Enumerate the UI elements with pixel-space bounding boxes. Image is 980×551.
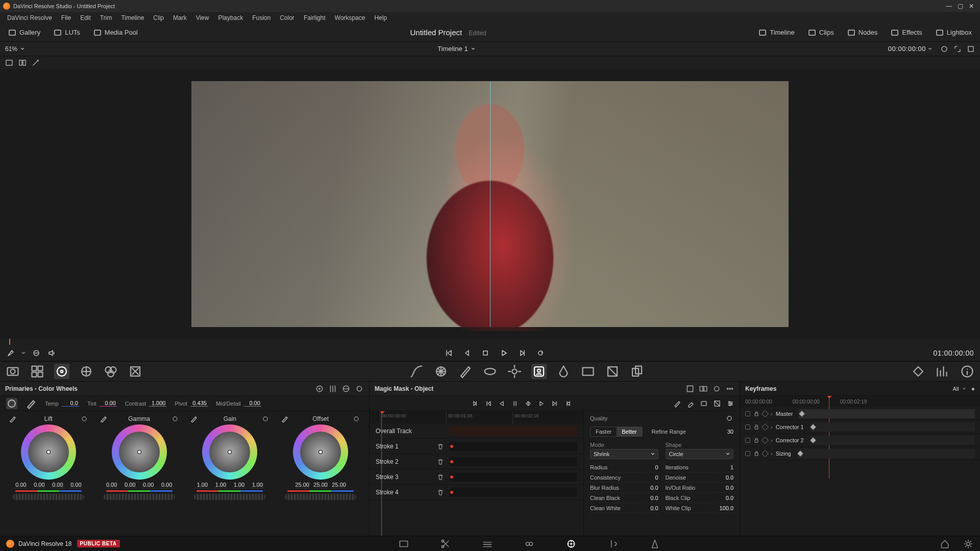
pivot-value[interactable]: 0.435 [190, 400, 208, 407]
qualifier-icon[interactable] [458, 364, 473, 379]
motion-effects-icon[interactable] [128, 364, 143, 379]
gamma-reset-icon[interactable] [172, 415, 179, 422]
kf-diamond-icon[interactable] [762, 449, 769, 457]
kf-lane[interactable] [797, 449, 975, 458]
gamma-jog[interactable] [104, 494, 175, 500]
mask-shape-select[interactable]: Circle [666, 449, 734, 459]
mid/detail-value[interactable]: 0.00 [244, 400, 261, 407]
lock-icon[interactable] [753, 450, 760, 457]
stop-button[interactable] [481, 348, 490, 358]
quality-better[interactable]: Better [617, 427, 642, 436]
page-fairlight-icon[interactable] [607, 538, 619, 549]
mask-show-icon[interactable] [700, 399, 708, 408]
denoise-value[interactable]: 0.0 [715, 474, 733, 481]
page-deliver-icon[interactable] [649, 538, 660, 549]
magic-mask-icon[interactable] [531, 364, 547, 379]
mask-controls-icon[interactable] [726, 399, 734, 408]
keyframes-playhead-icon[interactable] [827, 396, 832, 401]
color-match-icon[interactable] [30, 364, 45, 379]
hdr-wheels-icon[interactable] [79, 364, 94, 379]
menu-help[interactable]: Help [370, 13, 391, 22]
menu-davinci-resolve[interactable]: DaVinci Resolve [3, 13, 56, 22]
window-maximize-button[interactable]: ▢ [954, 1, 966, 12]
gain-jog[interactable] [194, 494, 265, 500]
mask-row-stroke-2[interactable]: Stroke 2 [370, 454, 583, 469]
primaries-log-icon[interactable] [341, 384, 351, 393]
chevron-down-icon[interactable] [21, 351, 26, 355]
mask-onion-icon[interactable] [699, 384, 708, 393]
prev-key-icon[interactable] [484, 399, 493, 408]
offset-wheel[interactable] [293, 424, 348, 480]
in-out-ratio-value[interactable]: 0.0 [715, 485, 733, 491]
toolbar-clips[interactable]: Clips [805, 27, 837, 38]
mask-mode-select[interactable]: Shrink [590, 449, 658, 459]
menu-clip[interactable]: Clip [149, 13, 168, 22]
window-minimize-button[interactable]: — [943, 1, 954, 12]
track-stop-icon[interactable] [511, 399, 519, 408]
menu-trim[interactable]: Trim [96, 13, 116, 22]
first-frame-button[interactable] [444, 348, 453, 358]
track-one-fwd-icon[interactable] [564, 399, 572, 408]
blur-sharpen-icon[interactable] [556, 364, 571, 379]
sizing-icon[interactable] [605, 364, 620, 379]
page-edit-icon[interactable] [482, 538, 493, 549]
bypass-grades-icon[interactable] [940, 45, 948, 53]
lift-wheel[interactable] [21, 424, 76, 480]
kf-diamond-icon[interactable] [762, 423, 769, 430]
mask-row-stroke-1[interactable]: Stroke 1 [370, 439, 583, 454]
page-color-icon[interactable] [566, 538, 577, 549]
gain-picker-icon[interactable] [190, 415, 198, 422]
mask-timeline[interactable]: 00:00:00:0000:00:01:0800:00:02:16 [370, 411, 583, 423]
mute-icon[interactable] [47, 348, 56, 358]
chevron-right-icon[interactable]: › [771, 411, 773, 417]
playhead-icon[interactable] [9, 339, 10, 345]
kf-enable-icon[interactable] [745, 451, 750, 456]
delete-stroke-icon[interactable] [437, 458, 444, 465]
menu-color[interactable]: Color [276, 13, 299, 22]
toolbar-effects[interactable]: Effects [888, 27, 925, 38]
chevron-right-icon[interactable]: › [771, 424, 773, 430]
mask-row-stroke-4[interactable]: Stroke 4 [370, 485, 583, 500]
menu-workspace[interactable]: Workspace [331, 13, 370, 22]
qualifier-picker-icon[interactable] [6, 348, 15, 358]
page-media-icon[interactable] [398, 538, 409, 549]
blur-radius-value[interactable]: 0.0 [640, 485, 658, 491]
lift-reset-icon[interactable] [81, 415, 88, 422]
wheels-y-tab[interactable] [6, 398, 17, 409]
track-both-icon[interactable] [524, 399, 532, 408]
track-fwd-icon[interactable] [537, 399, 546, 408]
split-wipe-icon[interactable] [18, 59, 27, 67]
menu-timeline[interactable]: Timeline [117, 13, 148, 22]
prev-frame-button[interactable] [462, 348, 472, 358]
source-timecode[interactable]: 01:00:00:00 [934, 349, 974, 357]
tint-value[interactable]: 0.00 [100, 400, 117, 407]
page-cut-icon[interactable] [440, 538, 451, 549]
keyframes-filter[interactable]: All [953, 386, 959, 392]
toolbar-media-pool[interactable]: Media Pool [90, 27, 141, 38]
lock-icon[interactable] [753, 437, 760, 443]
clean-black-value[interactable]: 0.0 [640, 495, 658, 501]
mask-row-overall-track[interactable]: Overall Track [370, 423, 583, 439]
page-fusion-icon[interactable] [524, 538, 535, 549]
stroke-erase-icon[interactable] [687, 399, 695, 408]
lock-icon[interactable] [753, 411, 760, 417]
keyframes-timecode-ruler[interactable]: 00:00:00:0000:00:00:0000:00:02:18 [740, 396, 980, 407]
white-clip-value[interactable]: 100.0 [715, 505, 733, 511]
offset-picker-icon[interactable] [281, 415, 288, 422]
kf-lane[interactable] [799, 409, 975, 418]
menu-view[interactable]: View [192, 13, 213, 22]
kf-enable-icon[interactable] [745, 438, 750, 443]
kf-diamond-icon[interactable] [762, 410, 769, 417]
next-frame-button[interactable] [518, 348, 527, 358]
key-icon[interactable] [580, 364, 596, 379]
highlight-icon[interactable] [967, 45, 975, 53]
toolbar-lightbox[interactable]: Lightbox [933, 27, 975, 38]
consistency-value[interactable]: 0 [640, 474, 658, 481]
primaries-wheels-icon[interactable] [54, 364, 69, 379]
rgb-mixer-icon[interactable] [103, 364, 118, 379]
power-windows-icon[interactable] [482, 364, 498, 379]
info-icon[interactable] [960, 364, 975, 379]
delete-stroke-icon[interactable] [437, 443, 444, 450]
mask-row-lane[interactable] [449, 442, 577, 451]
refine-range-value[interactable]: 30 [715, 429, 733, 435]
